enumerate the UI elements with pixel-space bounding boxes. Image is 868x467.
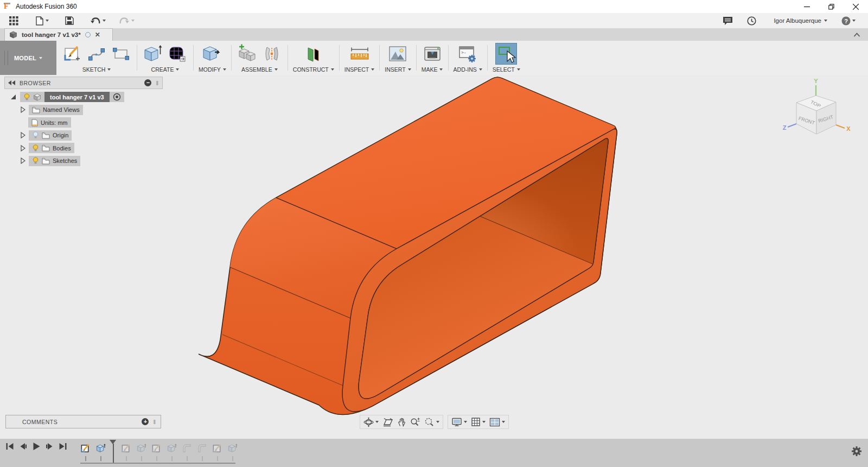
go-to-start-button[interactable]	[5, 443, 14, 450]
timeline-item-fillet[interactable]	[181, 443, 193, 453]
expand-triangle-icon[interactable]	[11, 94, 16, 99]
extrude-button[interactable]	[142, 43, 164, 65]
select-tool-button[interactable]	[495, 43, 517, 65]
collapsed-triangle-icon[interactable]	[21, 106, 25, 113]
ribbon-group-assemble: ASSEMBLE	[232, 41, 288, 75]
restore-button[interactable]	[819, 0, 844, 13]
save-button[interactable]	[60, 15, 79, 27]
timeline-item-sketch[interactable]	[120, 443, 132, 453]
browser-root-row[interactable]: tool hanger 7 v1 v3	[4, 92, 163, 102]
timeline-item-sketch[interactable]	[150, 443, 162, 453]
make-menu[interactable]: MAKE	[422, 66, 443, 73]
undo-button[interactable]	[85, 15, 111, 27]
comment-icon[interactable]	[718, 15, 738, 27]
minimize-button[interactable]	[795, 0, 819, 13]
redo-button[interactable]	[114, 15, 139, 27]
comments-grip[interactable]: ‖	[153, 419, 156, 425]
timeline-item-extrude[interactable]	[165, 443, 177, 453]
collapsed-triangle-icon[interactable]	[21, 132, 25, 138]
step-forward-button[interactable]	[46, 443, 54, 450]
construction-plane-button[interactable]	[303, 43, 324, 65]
pan-button[interactable]	[397, 417, 406, 427]
play-button[interactable]	[32, 442, 41, 451]
comments-panel[interactable]: COMMENTS + ‖	[5, 415, 161, 428]
zoom-window-caret[interactable]	[436, 421, 439, 423]
press-pull-button[interactable]	[201, 43, 223, 65]
construct-menu[interactable]: CONSTRUCT	[293, 66, 334, 73]
workspace-switcher[interactable]: MODEL	[0, 41, 56, 75]
go-to-end-button[interactable]	[59, 443, 67, 450]
document-tab[interactable]: tool hanger 7 v1 v3* ✕	[4, 28, 113, 41]
modify-menu[interactable]: MODIFY	[199, 66, 226, 73]
browser-header[interactable]: BROWSER − ‖	[4, 77, 163, 89]
timeline-settings-gear-icon[interactable]	[851, 445, 863, 458]
help-button[interactable]: ?	[837, 15, 860, 27]
view-cube[interactable]: Y TOP FRONT RIGHT Z X	[782, 77, 853, 150]
job-status-clock-icon[interactable]	[742, 15, 761, 27]
bulb-on-icon[interactable]	[32, 144, 39, 152]
browser-minus-icon[interactable]: −	[144, 79, 151, 86]
browser-grip[interactable]: ‖	[156, 80, 159, 86]
timeline-item-fillet[interactable]	[196, 443, 208, 453]
timeline-item-extrude[interactable]	[94, 443, 106, 453]
add-comment-icon[interactable]: +	[142, 418, 149, 425]
addins-menu[interactable]: ADD-INS	[454, 66, 482, 73]
step-back-button[interactable]	[19, 443, 27, 450]
collapse-toolbar-chevron-icon[interactable]	[853, 33, 860, 37]
look-at-button[interactable]	[382, 418, 393, 427]
browser-item-named-views[interactable]: Named Views	[4, 105, 163, 115]
orbit-caret[interactable]	[375, 421, 379, 423]
close-button[interactable]	[844, 0, 868, 13]
app-title: Autodesk Fusion 360	[16, 3, 77, 10]
sketch-menu[interactable]: SKETCH	[82, 66, 111, 73]
grid-settings-button[interactable]	[471, 417, 486, 427]
file-menu-button[interactable]	[31, 15, 54, 27]
zoom-button[interactable]	[410, 417, 420, 427]
browser-item-origin[interactable]: Origin	[4, 130, 163, 141]
ribbon-grip[interactable]	[4, 51, 8, 65]
viewports-caret[interactable]	[502, 421, 505, 423]
grid-settings-caret[interactable]	[482, 421, 486, 423]
ribbon-group-modify: MODIFY	[194, 41, 231, 75]
timeline-item-extrude[interactable]	[226, 443, 238, 453]
bulb-on-icon[interactable]	[32, 157, 39, 165]
browser-item-units[interactable]: Units: mm	[4, 117, 163, 128]
timeline-item-sketch[interactable]	[211, 443, 223, 453]
create-sketch-button[interactable]	[61, 43, 83, 65]
display-settings-button[interactable]	[451, 417, 467, 427]
sketch-spline-button[interactable]	[86, 43, 107, 65]
inspect-menu[interactable]: INSPECT	[344, 66, 375, 73]
activate-component-icon[interactable]	[113, 93, 121, 101]
select-menu[interactable]: SELECT	[493, 66, 520, 73]
bulb-on-icon[interactable]	[23, 93, 30, 101]
create-form-button[interactable]	[167, 43, 188, 65]
joint-button[interactable]	[261, 43, 283, 65]
insert-image-button[interactable]	[387, 43, 409, 65]
apps-grid-button[interactable]	[4, 15, 23, 27]
browser-item-sketches[interactable]: Sketches	[4, 156, 163, 166]
tab-close-icon[interactable]: ✕	[95, 32, 100, 37]
sketch-rectangle-button[interactable]	[110, 43, 132, 65]
timeline-item-sketch[interactable]	[79, 443, 91, 453]
viewports-button[interactable]	[489, 418, 505, 427]
create-menu[interactable]: CREATE	[151, 66, 180, 73]
user-menu[interactable]: Igor Albuquerque	[765, 16, 832, 26]
browser-root-label[interactable]: tool hanger 7 v1 v3	[50, 94, 104, 100]
timeline-item-extrude[interactable]	[135, 443, 147, 453]
insert-menu[interactable]: INSERT	[385, 66, 411, 73]
timeline-playhead[interactable]	[110, 441, 117, 455]
collapse-browser-icon[interactable]	[8, 80, 15, 85]
orbit-button[interactable]	[363, 417, 379, 427]
zoom-window-button[interactable]	[424, 417, 439, 427]
collapsed-triangle-icon[interactable]	[21, 145, 25, 152]
scripts-addins-button[interactable]: >-	[457, 43, 478, 65]
bulb-off-icon[interactable]	[32, 131, 39, 139]
make-3d-print-button[interactable]	[422, 43, 443, 65]
viewport-canvas[interactable]: Y TOP FRONT RIGHT Z X BROWSER − ‖	[0, 75, 868, 439]
display-settings-caret[interactable]	[464, 421, 467, 423]
measure-button[interactable]	[349, 43, 371, 65]
assemble-menu[interactable]: ASSEMBLE	[241, 66, 278, 73]
collapsed-triangle-icon[interactable]	[21, 157, 25, 164]
browser-item-bodies[interactable]: Bodies	[4, 143, 163, 153]
new-component-button[interactable]	[237, 43, 258, 65]
